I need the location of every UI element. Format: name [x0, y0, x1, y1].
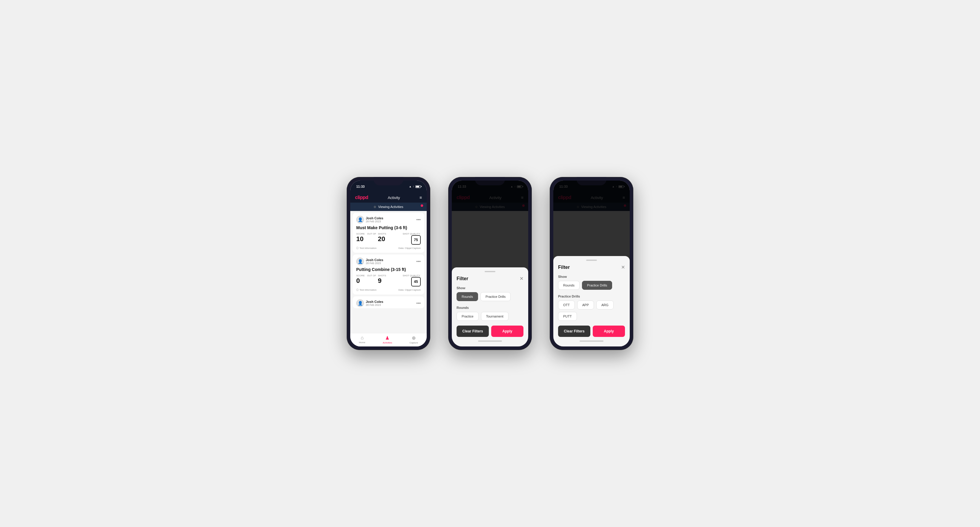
activity-title-1: Must Make Putting (3-6 ft) — [356, 225, 421, 230]
phone-1: 11:33 ▲ ↑ clippd Activity ≡ ⚙ Viewing Ac… — [347, 177, 430, 350]
nav-home[interactable]: ⌂ Home — [359, 335, 365, 344]
shots-label-1: Shots — [378, 232, 387, 235]
avatar-3: 👤 — [356, 299, 364, 307]
filter-overlay-2: Filter ✕ Show Rounds Practice Drills Rou… — [452, 181, 528, 346]
score-value-2: 0 — [356, 277, 360, 284]
apply-btn-2[interactable]: Apply — [491, 325, 523, 337]
shots-section-2: Shots 9 — [378, 274, 387, 285]
activity-card-1: 👤 Josh Coles 28 Feb 2023 ••• Must Make P… — [353, 213, 424, 253]
user-name-2: Josh Coles — [366, 258, 383, 262]
more-dots-1[interactable]: ••• — [416, 217, 421, 222]
score-section-2: Score 0 — [356, 274, 365, 285]
putt-btn-3[interactable]: PUTT — [558, 312, 577, 321]
signal-icon: ▲ — [409, 185, 412, 188]
bottom-nav-1: ⌂ Home ♟ Activities ⊕ Capture — [350, 333, 427, 346]
practice-btn-2[interactable]: Practice — [457, 312, 479, 321]
more-dots-2[interactable]: ••• — [416, 259, 421, 264]
home-indicator-3 — [579, 340, 603, 342]
shots-label-2: Shots — [378, 274, 387, 277]
capture-icon: ⊕ — [412, 335, 416, 341]
user-info-1: 👤 Josh Coles 28 Feb 2023 — [356, 216, 383, 224]
show-rounds-btn-2[interactable]: Rounds — [457, 292, 478, 301]
rounds-filter-buttons-2: Practice Tournament — [457, 312, 523, 321]
data-source-2: Data: Clippd Capture — [398, 289, 421, 291]
avatar-1: 👤 — [356, 216, 364, 224]
avatar-figure-1: 👤 — [358, 217, 363, 222]
sheet-header-2: Filter ✕ — [457, 276, 523, 281]
clear-filters-btn-3[interactable]: Clear Filters — [558, 325, 590, 337]
quality-badge-2: 45 — [411, 277, 421, 286]
filter-overlay-3: Filter ✕ Show Rounds Practice Drills Pra… — [553, 181, 630, 346]
status-time-1: 11:33 — [356, 185, 364, 188]
rounds-label-2: Rounds — [457, 306, 523, 310]
card-footer-1: ⓘ Test Information Data: Clippd Capture — [356, 246, 421, 250]
quality-label-2: Shot Quality — [402, 274, 420, 277]
drills-filter-buttons-3: OTT APP ARG PUTT — [558, 300, 625, 321]
status-icons-1: ▲ ↑ — [409, 185, 421, 188]
shots-value-2: 9 — [378, 277, 382, 284]
nav-activities[interactable]: ♟ Activities — [383, 335, 392, 344]
show-drills-btn-3[interactable]: Practice Drills — [582, 281, 612, 290]
avatar-figure-3: 👤 — [358, 301, 363, 306]
sheet-actions-2: Clear Filters Apply — [457, 325, 523, 337]
show-filter-buttons-2: Rounds Practice Drills — [457, 292, 523, 301]
data-source-1: Data: Clippd Capture — [398, 247, 421, 249]
activity-title-2: Putting Combine (3-15 ft) — [356, 267, 421, 272]
card-footer-2: ⓘ Test Information Data: Clippd Capture — [356, 288, 421, 292]
phone-3: 11:33 ▲ ↑ clippd Activity ≡ ⚙ Viewing Ac… — [550, 177, 633, 350]
more-dots-3[interactable]: ••• — [416, 301, 421, 306]
show-label-3: Show — [558, 275, 625, 278]
home-icon: ⌂ — [361, 335, 364, 340]
close-filter-btn-3[interactable]: ✕ — [621, 264, 625, 270]
sheet-header-3: Filter ✕ — [558, 264, 625, 270]
user-date-3: 28 Feb 2023 — [366, 303, 383, 306]
user-date-2: 28 Feb 2023 — [366, 262, 383, 265]
activity-card-3: 👤 Josh Coles 28 Feb 2023 ••• — [353, 296, 424, 308]
sheet-actions-3: Clear Filters Apply — [558, 325, 625, 337]
stats-row-1: Score 10 OUT OF Shots 20 Shot Quality 75 — [356, 232, 421, 245]
clear-filters-btn-2[interactable]: Clear Filters — [457, 325, 489, 337]
score-value-1: 10 — [356, 235, 363, 243]
viewing-bar-1[interactable]: ⚙ Viewing Activities — [350, 203, 427, 211]
user-info-2: 👤 Josh Coles 28 Feb 2023 — [356, 257, 383, 265]
user-date-1: 28 Feb 2023 — [366, 220, 383, 223]
apply-btn-3[interactable]: Apply — [593, 325, 625, 337]
show-label-2: Show — [457, 286, 523, 290]
show-drills-btn-2[interactable]: Practice Drills — [480, 292, 511, 301]
phones-container: 11:33 ▲ ↑ clippd Activity ≡ ⚙ Viewing Ac… — [347, 177, 633, 350]
content-1: 👤 Josh Coles 28 Feb 2023 ••• Must Make P… — [350, 211, 427, 333]
user-name-3: Josh Coles — [366, 300, 383, 303]
filter-sheet-2: Filter ✕ Show Rounds Practice Drills Rou… — [452, 267, 528, 346]
logo-1: clippd — [355, 195, 368, 200]
user-details-3: Josh Coles 28 Feb 2023 — [366, 300, 383, 306]
arg-btn-3[interactable]: ARG — [596, 300, 614, 310]
out-of-1: OUT OF — [367, 232, 376, 235]
score-label-2: Score — [356, 274, 364, 277]
shots-section-1: Shots 20 — [378, 232, 387, 243]
show-rounds-btn-3[interactable]: Rounds — [558, 281, 579, 290]
home-label: Home — [359, 341, 365, 344]
nav-capture[interactable]: ⊕ Capture — [409, 335, 418, 344]
card-header-3: 👤 Josh Coles 28 Feb 2023 ••• — [356, 299, 421, 307]
tournament-btn-2[interactable]: Tournament — [481, 312, 509, 321]
menu-icon-1[interactable]: ≡ — [420, 195, 422, 200]
app-header-1: clippd Activity ≡ — [350, 192, 427, 203]
info-icon-2: ⓘ — [356, 288, 359, 292]
out-of-2: OUT OF — [367, 274, 376, 277]
filter-icon-1: ⚙ — [374, 205, 376, 209]
card-header-1: 👤 Josh Coles 28 Feb 2023 ••• — [356, 216, 421, 224]
test-info-2: ⓘ Test Information — [356, 288, 377, 292]
app-btn-3[interactable]: APP — [577, 300, 594, 310]
ott-btn-3[interactable]: OTT — [558, 300, 575, 310]
filter-sheet-3: Filter ✕ Show Rounds Practice Drills Pra… — [553, 256, 630, 346]
viewing-bar-text-1: Viewing Activities — [378, 205, 403, 209]
sheet-handle-2 — [485, 271, 495, 272]
filter-title-2: Filter — [457, 276, 468, 281]
shots-value-1: 20 — [378, 235, 385, 243]
user-name-1: Josh Coles — [366, 216, 383, 220]
activity-card-2: 👤 Josh Coles 28 Feb 2023 ••• Putting Com… — [353, 254, 424, 295]
close-filter-btn-2[interactable]: ✕ — [520, 276, 523, 281]
quality-section-2: Shot Quality 45 — [402, 274, 421, 286]
quality-label-1: Shot Quality — [402, 232, 420, 235]
user-details-2: Josh Coles 28 Feb 2023 — [366, 258, 383, 265]
